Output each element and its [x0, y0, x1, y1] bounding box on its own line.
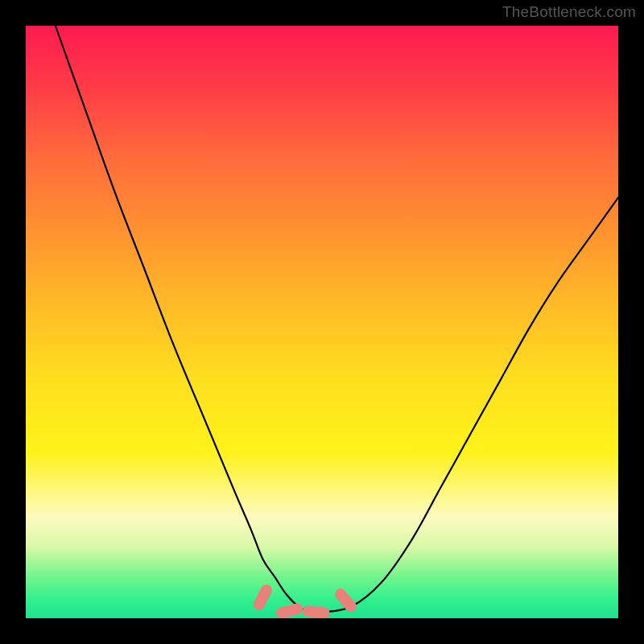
- marker-dash: [275, 602, 303, 618]
- watermark-label: TheBottleneck.com: [502, 3, 636, 21]
- bottleneck-chart: [26, 26, 618, 618]
- chart-markers: [251, 583, 358, 618]
- marker-dash: [251, 583, 274, 613]
- chart-curve: [56, 26, 618, 613]
- marker-dash: [302, 605, 330, 618]
- chart-frame: TheBottleneck.com: [0, 0, 644, 644]
- chart-svg: [26, 26, 618, 618]
